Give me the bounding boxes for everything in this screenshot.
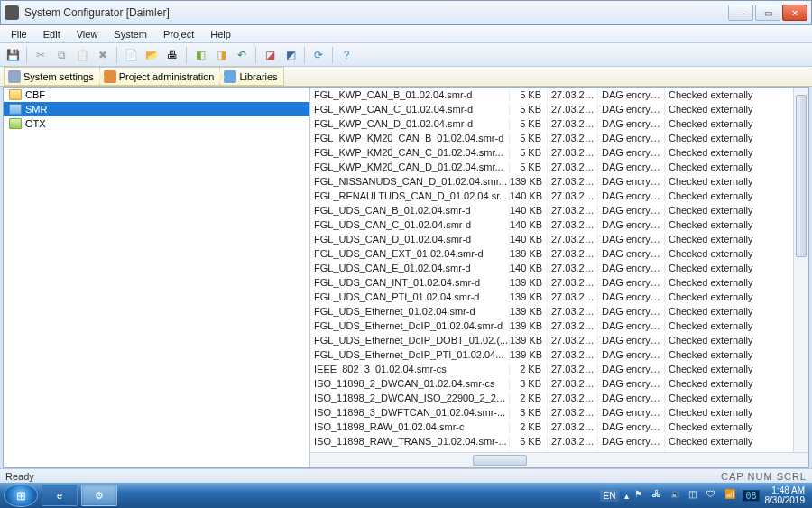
paste-button[interactable]: 📋 <box>73 46 91 64</box>
gear-icon: ⚙ <box>95 490 104 502</box>
table-row[interactable]: IEEE_802_3_01.02.04.smr-cs2 KB27.03.20..… <box>310 362 808 376</box>
tool-c-button[interactable]: ◪ <box>261 46 279 64</box>
cell-chk: Checked externally <box>664 118 808 129</box>
taskbar-app-button[interactable]: ⚙ <box>81 485 117 506</box>
language-indicator[interactable]: EN <box>600 490 620 502</box>
table-row[interactable]: FGL_RENAULTUDS_CAN_D_01.02.04.sr...140 K… <box>310 189 808 203</box>
copy-button[interactable]: ⧉ <box>52 46 70 64</box>
scrollbar-thumb[interactable] <box>473 455 527 466</box>
tray-icon[interactable]: 📶 <box>724 489 737 502</box>
cell-name: ISO_11898_2_DWCAN_01.02.04.smr-cs <box>310 378 509 389</box>
table-row[interactable]: FGL_UDS_CAN_C_01.02.04.smr-d140 KB27.03.… <box>310 217 808 232</box>
clock[interactable]: 1:48 AM 8/30/2019 <box>765 485 809 505</box>
help-button[interactable]: ? <box>337 46 355 64</box>
table-row[interactable]: FGL_UDS_CAN_D_01.02.04.smr-d140 KB27.03.… <box>310 232 808 246</box>
delete-button[interactable]: ✖ <box>94 46 112 64</box>
titlebar: System Configurator [Daimler] — ▭ ✕ <box>0 0 812 25</box>
table-row[interactable]: FGL_KWP_KM20_CAN_C_01.02.04.smr...5 KB27… <box>310 145 808 160</box>
grid-body[interactable]: FGL_KWP_CAN_B_01.02.04.smr-d5 KB27.03.20… <box>310 88 808 452</box>
breadcrumb-item[interactable]: Project administration <box>99 67 221 86</box>
table-row[interactable]: FGL_UDS_Ethernet_DoIP_DOBT_01.02.(...139… <box>310 333 808 347</box>
cell-name: FGL_KWP_KM20_CAN_C_01.02.04.smr... <box>310 147 509 158</box>
table-row[interactable]: FGL_KWP_CAN_D_01.02.04.smr-d5 KB27.03.20… <box>310 116 808 131</box>
menu-help[interactable]: Help <box>203 27 238 42</box>
start-button[interactable]: ⊞ <box>4 484 38 507</box>
breadcrumb-item[interactable]: System settings <box>4 67 100 86</box>
cell-size: 140 KB <box>509 219 547 230</box>
network-icon[interactable]: 🖧 <box>652 489 665 502</box>
flag-icon[interactable]: ⚑ <box>634 489 647 502</box>
table-row[interactable]: FGL_UDS_Ethernet_DoIP_PTI_01.02.04...139… <box>310 347 808 362</box>
new-button[interactable]: 📄 <box>122 46 140 64</box>
tray-segment[interactable]: 08 <box>743 490 759 502</box>
cell-enc: DAG encrypt... <box>597 190 664 201</box>
tree-panel[interactable]: CBFSMROTX <box>4 88 310 467</box>
table-row[interactable]: FGL_UDS_CAN_PTI_01.02.04.smr-d139 KB27.0… <box>310 290 808 304</box>
tool-a-button[interactable]: ◧ <box>191 46 209 64</box>
cell-date: 27.03.20... <box>547 162 597 172</box>
vertical-scrollbar[interactable] <box>793 88 808 452</box>
tray-icon[interactable]: ◫ <box>688 489 701 502</box>
print-button[interactable]: 🖶 <box>163 46 181 64</box>
menu-view[interactable]: View <box>69 27 106 42</box>
table-row[interactable]: FGL_KWP_CAN_C_01.02.04.smr-d5 KB27.03.20… <box>310 102 808 116</box>
tray-chevron-icon[interactable]: ▴ <box>624 491 629 501</box>
table-row[interactable]: FGL_UDS_CAN_B_01.02.04.smr-d140 KB27.03.… <box>310 203 808 217</box>
cell-enc: DAG encrypt... <box>597 364 664 374</box>
undo-button[interactable]: ↶ <box>233 46 251 64</box>
cut-button[interactable]: ✂ <box>32 46 50 64</box>
cell-size: 5 KB <box>509 104 547 115</box>
table-row[interactable]: FGL_UDS_Ethernet_01.02.04.smr-d139 KB27.… <box>310 304 808 319</box>
tool-d-button[interactable]: ◩ <box>281 46 300 64</box>
table-row[interactable]: ISO_11898_2_DWCAN_01.02.04.smr-cs3 KB27.… <box>310 376 808 391</box>
horizontal-scrollbar[interactable] <box>310 452 808 467</box>
breadcrumb-item[interactable]: Libraries <box>219 67 283 86</box>
cell-date: 27.03.20... <box>547 306 597 317</box>
breadcrumb-label: System settings <box>23 71 94 82</box>
table-row[interactable]: FGL_UDS_CAN_EXT_01.02.04.smr-d139 KB27.0… <box>310 246 808 261</box>
table-row[interactable]: ISO_11898_3_DWFTCAN_01.02.04.smr-...3 KB… <box>310 405 808 420</box>
table-row[interactable]: FGL_NISSANUDS_CAN_D_01.02.04.smr...139 K… <box>310 174 808 189</box>
toolbar: 💾 ✂ ⧉ 📋 ✖ 📄 📂 🖶 ◧ ◨ ↶ ◪ ◩ ⟳ ? <box>0 43 812 67</box>
cell-name: FGL_UDS_CAN_C_01.02.04.smr-d <box>310 219 509 230</box>
tree-item-smr[interactable]: SMR <box>4 102 309 116</box>
table-row[interactable]: FGL_UDS_CAN_INT_01.02.04.smr-d139 KB27.0… <box>310 275 808 290</box>
table-row[interactable]: FGL_UDS_CAN_E_01.02.04.smr-d140 KB27.03.… <box>310 261 808 275</box>
cell-name: FGL_UDS_CAN_EXT_01.02.04.smr-d <box>310 248 509 259</box>
breadcrumb-label: Project administration <box>119 71 215 82</box>
table-row[interactable]: FGL_UDS_Ethernet_DoIP_01.02.04.smr-d139 … <box>310 319 808 333</box>
cell-chk: Checked externally <box>664 190 808 201</box>
close-button[interactable]: ✕ <box>782 5 807 21</box>
open-button[interactable]: 📂 <box>143 46 161 64</box>
table-row[interactable]: ISO_11898_2_DWCAN_ISO_22900_2_2_(...2 KB… <box>310 391 808 405</box>
tray-icon[interactable]: 🛡 <box>706 489 719 502</box>
menu-system[interactable]: System <box>106 27 154 42</box>
cell-size: 139 KB <box>509 291 547 302</box>
cell-chk: Checked externally <box>664 263 808 273</box>
cell-enc: DAG encrypt... <box>597 219 664 230</box>
scrollbar-thumb[interactable] <box>796 95 807 257</box>
table-row[interactable]: ISO_11898_RAW_01.02.04.smr-c2 KB27.03.20… <box>310 420 808 434</box>
separator <box>116 47 117 63</box>
cell-chk: Checked externally <box>664 407 808 418</box>
table-row[interactable]: ISO_11898_RAW_TRANS_01.02.04.smr-...6 KB… <box>310 434 808 448</box>
refresh-button[interactable]: ⟳ <box>309 46 328 64</box>
cell-name: FGL_RENAULTUDS_CAN_D_01.02.04.sr... <box>310 190 509 201</box>
tree-item-otx[interactable]: OTX <box>4 116 309 131</box>
menu-edit[interactable]: Edit <box>36 27 68 42</box>
table-row[interactable]: FGL_KWP_KM20_CAN_B_01.02.04.smr-d5 KB27.… <box>310 131 808 145</box>
cell-enc: DAG encrypt... <box>597 436 664 447</box>
minimize-button[interactable]: — <box>728 5 753 21</box>
save-button[interactable]: 💾 <box>4 46 22 64</box>
cell-date: 27.03.20... <box>547 147 597 158</box>
taskbar-ie-button[interactable]: e <box>42 485 78 506</box>
tool-b-button[interactable]: ◨ <box>212 46 230 64</box>
table-row[interactable]: FGL_KWP_CAN_B_01.02.04.smr-d5 KB27.03.20… <box>310 88 808 102</box>
cell-size: 139 KB <box>509 335 547 346</box>
tree-item-cbf[interactable]: CBF <box>4 88 309 102</box>
menu-file[interactable]: File <box>4 27 34 42</box>
table-row[interactable]: FGL_KWP_KM20_CAN_D_01.02.04.smr...5 KB27… <box>310 160 808 174</box>
volume-icon[interactable]: 🔉 <box>670 489 683 502</box>
maximize-button[interactable]: ▭ <box>755 5 780 21</box>
menu-project[interactable]: Project <box>156 27 201 42</box>
